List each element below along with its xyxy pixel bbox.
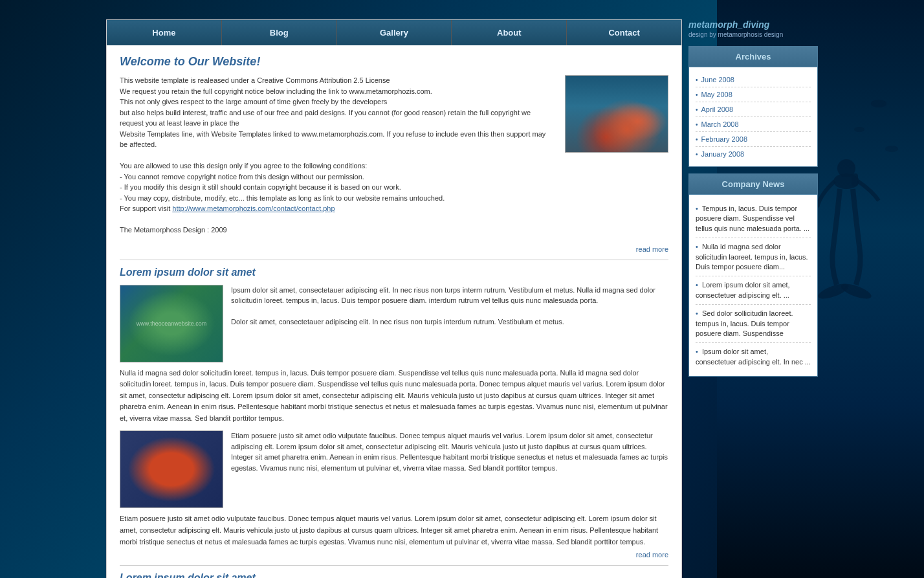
read-more-article1[interactable]: read more xyxy=(120,551,668,559)
nav-blog[interactable]: Blog xyxy=(222,20,337,45)
welcome-p10: For support visit http://www.metamorphoz… xyxy=(120,203,555,214)
watermark: www.theoceanwebsite.com xyxy=(137,320,207,327)
welcome-p7: - You cannot remove copyright notice fro… xyxy=(120,172,555,183)
news-widget: Company News • Tempus in, lacus. Duis te… xyxy=(688,173,818,377)
archives-widget: Archives • June 2008 • May 2008 • April … xyxy=(688,46,818,167)
bullet-icon: • xyxy=(696,205,698,212)
site-brand: metamorph_diving xyxy=(688,19,818,30)
news-item-4: • Sed dolor sollicitudin laoreet. tempus… xyxy=(696,305,811,343)
read-more-welcome[interactable]: read more xyxy=(120,245,668,253)
welcome-p3: This not only gives respect to the large… xyxy=(120,96,555,107)
news-title: Company News xyxy=(689,174,817,195)
archive-march2008[interactable]: • March 2008 xyxy=(696,117,811,132)
bullet-icon: • xyxy=(696,121,698,128)
article1-image2 xyxy=(120,430,223,508)
bullet-icon: • xyxy=(696,281,698,289)
archive-jan2008[interactable]: • January 2008 xyxy=(696,147,811,161)
welcome-section: This website template is realeased under… xyxy=(120,75,668,236)
bullet-icon: • xyxy=(696,309,698,317)
bullet-icon: • xyxy=(696,243,698,250)
welcome-p9: - You may copy, distribute, modify, etc.… xyxy=(120,193,555,204)
welcome-image xyxy=(565,75,668,153)
welcome-p5: Website Templates line, with Website Tem… xyxy=(120,129,555,150)
sidebar: metamorph_diving design by metamorphosis… xyxy=(688,19,818,578)
archive-may2008[interactable]: • May 2008 xyxy=(696,87,811,102)
archives-title: Archives xyxy=(689,47,817,67)
article2-title: Lorem ipsum dolor sit amet xyxy=(120,572,668,578)
article1-image: www.theoceanwebsite.com xyxy=(120,285,223,362)
welcome-text: This website template is realeased under… xyxy=(120,75,555,236)
article1-body: Nulla id magna sed dolor solicitudin lor… xyxy=(120,368,668,425)
nav-home[interactable]: Home xyxy=(107,20,222,45)
news-content: • Tempus in, lacus. Duis tempor posuere … xyxy=(689,195,817,376)
article1-body2: Etiam posuere justo sit amet odio vulput… xyxy=(120,513,668,548)
news-item-3: • Lorem ipsum dolor sit amet, consectetu… xyxy=(696,276,811,305)
welcome-title: Welcome to Our Website! xyxy=(120,55,668,69)
nav-gallery[interactable]: Gallery xyxy=(337,20,452,45)
news-item-1: • Tempus in, lacus. Duis tempor posuere … xyxy=(696,200,811,238)
bullet-icon: • xyxy=(696,136,698,143)
welcome-p1: This website template is realeased under… xyxy=(120,75,555,86)
bullet-icon: • xyxy=(696,151,698,158)
bullet-icon: • xyxy=(696,106,698,113)
nav-contact[interactable]: Contact xyxy=(567,20,681,45)
article1-section: www.theoceanwebsite.com Ipsum dolor sit … xyxy=(120,285,668,362)
divider-1 xyxy=(120,260,668,260)
bullet-icon: • xyxy=(696,76,698,83)
bullet-icon: • xyxy=(696,348,698,355)
welcome-p6: You are allowed to use this design only … xyxy=(120,161,555,172)
article1-title: Lorem ipsum dolor sit amet xyxy=(120,267,668,278)
main-nav: Home Blog Gallery About Contact xyxy=(107,20,681,45)
article1-intro-text2: Etiam posuere justo sit amet odio vulput… xyxy=(231,430,668,508)
divider-2 xyxy=(120,565,668,566)
bullet-icon: • xyxy=(696,91,698,98)
news-item-5: • Ipsum dolor sit amet, consectetuer adi… xyxy=(696,343,811,371)
archives-content: • June 2008 • May 2008 • April 2008 • Ma… xyxy=(689,67,817,166)
archive-april2008[interactable]: • April 2008 xyxy=(696,102,811,117)
news-item-2: • Nulla id magna sed dolor solicitudin l… xyxy=(696,238,811,276)
welcome-p2: We request you retain the full copyright… xyxy=(120,86,555,97)
article1-intro-text: Ipsum dolor sit amet, consectetauer adip… xyxy=(231,285,668,362)
article1-section2: Etiam posuere justo sit amet odio vulput… xyxy=(120,430,668,508)
archive-feb2008[interactable]: • February 2008 xyxy=(696,132,811,147)
nav-about[interactable]: About xyxy=(452,20,567,45)
welcome-p4: but also helps build interest, traffic a… xyxy=(120,107,555,129)
site-tagline: design by metamorphosis design xyxy=(688,31,818,38)
welcome-p8: - If you modify this design it still sho… xyxy=(120,182,555,193)
support-link[interactable]: http://www.metamorphozis.com/contact/con… xyxy=(172,205,335,212)
welcome-copyright: The Metamorphoss Design : 2009 xyxy=(120,225,555,236)
archive-june2008[interactable]: • June 2008 xyxy=(696,72,811,87)
